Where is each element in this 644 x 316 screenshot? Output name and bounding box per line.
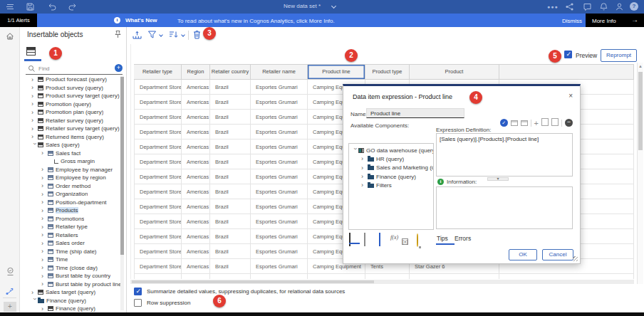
chevron-icon[interactable]	[31, 117, 38, 123]
scroll-up-icon[interactable]: ▲	[638, 64, 643, 68]
chevron-icon[interactable]	[31, 93, 38, 99]
more-info-button[interactable]: More Info →	[586, 14, 644, 27]
parameters-icon[interactable]: [x]	[402, 233, 408, 246]
validate-icon[interactable]	[6, 267, 15, 278]
notifications-icon[interactable]	[599, 2, 608, 11]
tree-item[interactable]: Time (ship date)	[20, 248, 120, 256]
panel-left-icon[interactable]	[511, 120, 518, 126]
tree-item[interactable]: Products	[20, 206, 120, 215]
resize-handle-icon[interactable]	[573, 256, 578, 261]
validate-check-icon[interactable]: ✓	[500, 119, 508, 127]
dismiss-button[interactable]: Dismiss	[562, 18, 582, 24]
chevron-icon[interactable]	[41, 167, 48, 172]
column-header[interactable]: Product line	[308, 64, 365, 80]
tree-item[interactable]: Product survey target (query)	[20, 92, 120, 100]
tree-item[interactable]: Retailer survey (query)	[20, 117, 120, 125]
feedback-icon[interactable]	[583, 2, 592, 11]
tree-item[interactable]: Burst table by country	[20, 272, 120, 280]
tree-item[interactable]: Organization	[20, 190, 120, 199]
collapse-handle[interactable]: ▾	[487, 177, 509, 181]
tab-tips[interactable]: Tips	[437, 235, 448, 242]
undo-icon[interactable]	[47, 2, 56, 11]
column-header[interactable]	[499, 64, 634, 80]
chevron-icon[interactable]	[32, 298, 38, 305]
tree-item[interactable]: Returned items (query)	[20, 133, 120, 142]
add-icon[interactable]: +	[4, 302, 16, 312]
tree-item[interactable]: Retailer survey target (query)	[20, 125, 120, 133]
tree-item[interactable]: Retailers	[20, 231, 120, 240]
table-row[interactable]: Department Store Americas Brazil Esporte…	[134, 274, 634, 279]
save-icon[interactable]	[26, 2, 35, 11]
more-icon[interactable]: ●●●	[547, 2, 556, 11]
paste-icon[interactable]	[553, 120, 559, 126]
name-input[interactable]	[366, 108, 464, 118]
chevron-icon[interactable]	[41, 224, 48, 230]
alerts-count-badge[interactable]: 1/1 Alerts	[0, 14, 37, 27]
vertical-scrollbar[interactable]: ▲	[637, 63, 643, 284]
tree-item[interactable]: Promotion (query)	[20, 100, 120, 109]
tree-item[interactable]: Finance (query)	[349, 172, 433, 181]
cancel-button[interactable]: Cancel	[542, 249, 573, 260]
redo-icon[interactable]	[68, 2, 78, 11]
chevron-icon[interactable]	[41, 257, 48, 263]
tree-item[interactable]: Gross margin	[20, 157, 120, 166]
row-suppression-checkbox[interactable]	[134, 299, 142, 307]
tree-scrollbar[interactable]	[120, 75, 124, 310]
tree-item[interactable]: Sales order	[20, 239, 120, 248]
tree-item[interactable]: Retailer type	[20, 223, 120, 231]
add-icon[interactable]: +	[534, 120, 539, 127]
chevron-icon[interactable]	[41, 150, 48, 156]
chevron-icon[interactable]	[32, 142, 38, 149]
close-icon[interactable]: ×	[568, 92, 573, 100]
chevron-icon[interactable]	[41, 191, 48, 197]
tree-item[interactable]: Time	[20, 256, 120, 264]
tree-item[interactable]: Sales fact	[20, 149, 120, 158]
expression-editor[interactable]: [Sales (query)].[Products].[Product line…	[436, 133, 573, 177]
panel-right-icon[interactable]	[521, 120, 528, 126]
horizontal-scrollbar[interactable]	[130, 280, 634, 284]
source-tab-icon[interactable]	[349, 233, 350, 246]
search-input[interactable]: Find	[38, 65, 50, 72]
home-icon[interactable]	[5, 31, 15, 41]
chevron-icon[interactable]	[41, 175, 48, 181]
chevron-icon[interactable]	[31, 290, 38, 295]
tree-item[interactable]: Finance (query)	[20, 297, 120, 305]
copy-icon[interactable]	[543, 120, 549, 126]
filter-dropdown-icon[interactable]	[159, 33, 163, 37]
tree-item[interactable]: Product survey (query)	[20, 84, 120, 93]
chevron-icon[interactable]	[41, 183, 48, 189]
chevron-icon[interactable]	[41, 281, 48, 287]
tree-item[interactable]: Sales and Marketing (query)	[349, 164, 433, 172]
chevron-icon[interactable]	[41, 199, 48, 205]
tree-item[interactable]: GO data warehouse (query)	[349, 146, 433, 154]
tree-item[interactable]: Finance (query)	[20, 305, 120, 312]
calculator-icon[interactable]	[364, 233, 365, 246]
chevron-icon[interactable]	[361, 174, 368, 179]
summarize-checkbox[interactable]	[134, 288, 142, 295]
chevron-icon[interactable]	[361, 156, 368, 162]
tree-item[interactable]: Promotions	[20, 215, 120, 223]
chevron-icon[interactable]	[31, 126, 38, 132]
column-header[interactable]: Retailer country	[210, 64, 251, 80]
menu-icon[interactable]	[6, 2, 15, 11]
chevron-icon[interactable]	[31, 77, 38, 83]
chevron-icon[interactable]	[361, 165, 368, 171]
chevron-icon[interactable]	[31, 110, 38, 115]
chevron-icon[interactable]	[41, 273, 48, 279]
tree-item[interactable]: Product forecast (query)	[20, 75, 120, 84]
tree-item[interactable]: Time (close day)	[20, 264, 120, 273]
tree-item[interactable]: Burst table by product line	[20, 280, 120, 289]
tree-item[interactable]: Sales (query)	[20, 141, 120, 149]
tab-errors[interactable]: Errors	[455, 235, 471, 242]
add-source-button[interactable]: +	[115, 64, 123, 72]
chevron-icon[interactable]	[41, 248, 48, 254]
tree-item[interactable]: Employee by region	[20, 174, 120, 182]
column-header[interactable]: Product	[410, 64, 499, 80]
help-icon[interactable]: ?	[630, 2, 638, 11]
tree-item[interactable]: Sales target (query)	[20, 288, 120, 297]
data-flow-icon[interactable]	[5, 285, 16, 296]
title-chevron-icon[interactable]	[331, 4, 336, 9]
chevron-icon[interactable]	[41, 232, 48, 238]
account-icon[interactable]	[615, 2, 624, 11]
tree-item[interactable]: Promotion plan (query)	[20, 108, 120, 117]
